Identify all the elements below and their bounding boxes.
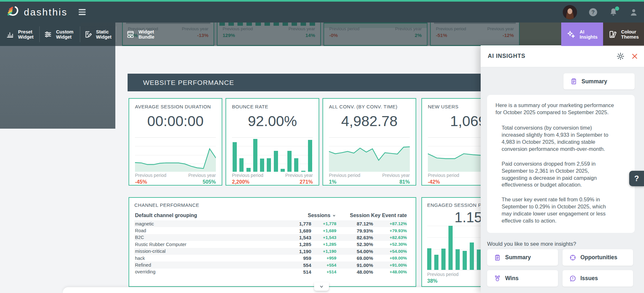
chart-bar bbox=[456, 249, 460, 270]
sessions-value: 554 bbox=[282, 262, 311, 268]
chart-bar bbox=[253, 139, 257, 172]
table-row: B2C 1,543 +1,543 82.63% +82.63% bbox=[134, 234, 407, 241]
medal-icon bbox=[494, 275, 501, 282]
static-widget-icon bbox=[84, 30, 92, 39]
chart-bar bbox=[448, 226, 453, 270]
sessions-delta: +1,190 bbox=[311, 249, 336, 254]
app-header: dashthis ? bbox=[0, 2, 644, 23]
notifications-icon[interactable] bbox=[609, 8, 618, 17]
prev-period-value: 38% bbox=[427, 278, 437, 284]
gear-icon[interactable] bbox=[616, 52, 625, 60]
close-icon[interactable] bbox=[631, 53, 638, 60]
help-icon[interactable]: ? bbox=[589, 8, 598, 17]
channel-name: Rustic Rubber Computer bbox=[134, 242, 282, 247]
menu-icon[interactable] bbox=[79, 9, 86, 15]
table-title: CHANNEL PERFORMANCE bbox=[134, 202, 199, 208]
ai-panel-header: AI INSIGHTS bbox=[481, 45, 644, 67]
column-rate: Session Key Event rate bbox=[336, 213, 407, 218]
target-icon bbox=[569, 254, 577, 261]
sessions-delta: +1,778 bbox=[311, 221, 336, 226]
toolbar-label: Custom bbox=[56, 29, 73, 34]
prev-year-label: Previous year bbox=[188, 173, 216, 178]
prev-period-value: 2,200% bbox=[232, 179, 249, 185]
rate-value: 54.00% bbox=[336, 249, 373, 254]
avatar[interactable] bbox=[563, 5, 577, 19]
channel-performance-widget[interactable]: CHANNEL PERFORMANCE Default channel grou… bbox=[129, 197, 416, 287]
channel-name: hack bbox=[134, 256, 282, 261]
ai-insights-panel: AI INSIGHTS Summary Here is a summary of… bbox=[481, 45, 644, 293]
rate-value: 82.63% bbox=[336, 235, 373, 240]
kpi-title: AVERAGE SESSION DURATION bbox=[135, 104, 211, 109]
divider bbox=[329, 137, 410, 138]
ai-summary-button[interactable]: Summary bbox=[487, 249, 558, 266]
prev-year-value: 271% bbox=[300, 179, 313, 185]
toolbar-label: Preset bbox=[18, 29, 32, 34]
widget-bundle-icon bbox=[126, 30, 135, 39]
accent-topline bbox=[0, 0, 644, 2]
ai-suggestion-buttons: Summary Opportunities Wins Issues bbox=[487, 249, 633, 287]
table-header: Default channel grouping Sessions Sessio… bbox=[134, 211, 407, 220]
toolbar-preset-widget-button[interactable]: PresetWidget bbox=[6, 23, 34, 46]
custom-widget-icon bbox=[44, 30, 52, 39]
chart-bar bbox=[434, 255, 438, 270]
table-row: mission-critical 1,190 +1,190 54.00% +54… bbox=[134, 248, 407, 255]
channel-name: Refined bbox=[134, 262, 282, 268]
preset-widget-icon bbox=[6, 30, 14, 39]
ai-insights-icon bbox=[567, 30, 576, 39]
ai-prompt-text: Would you like to see more insights? bbox=[487, 241, 576, 247]
sessions-value: 1,543 bbox=[282, 235, 311, 240]
chart-bar bbox=[260, 159, 264, 172]
column-sessions[interactable]: Sessions bbox=[282, 213, 336, 218]
bar-chart bbox=[232, 139, 313, 172]
kpi-sparkline bbox=[135, 139, 216, 172]
sessions-value: 959 bbox=[282, 255, 311, 261]
sessions-value: 1,778 bbox=[282, 221, 311, 226]
kpi-title: BOUNCE RATE bbox=[232, 104, 268, 109]
channel-name: B2C bbox=[134, 235, 282, 240]
kpi-sparkline bbox=[232, 139, 313, 172]
ai-opportunities-button[interactable]: Opportunities bbox=[562, 249, 633, 266]
sessions-value: 514 bbox=[282, 269, 311, 275]
section-title: WEBSITE PERFORMANCE bbox=[143, 79, 234, 87]
help-fab-button[interactable]: ? bbox=[629, 171, 644, 186]
channel-name: magnetic bbox=[134, 221, 282, 226]
ai-button-label: Wins bbox=[505, 275, 519, 282]
chart-bar bbox=[470, 243, 474, 270]
prev-year-value: 505% bbox=[203, 179, 216, 185]
ai-insights-button[interactable]: AIInsights bbox=[561, 23, 603, 46]
prev-period-value: -42% bbox=[428, 179, 440, 185]
toolbar-custom-widget-button[interactable]: CustomWidget bbox=[44, 23, 73, 46]
toolbar-label: Static bbox=[96, 29, 109, 34]
rate-value: 48.00% bbox=[336, 269, 373, 275]
rate-delta: +87.12% bbox=[373, 221, 407, 226]
toolbar-label: Widget bbox=[139, 29, 154, 34]
notepad-icon bbox=[494, 254, 501, 261]
rate-delta: +54.00% bbox=[373, 249, 407, 254]
kpi-widget[interactable]: ALL CONV. (BY CONV. TIME) 4,982.78 Previ… bbox=[322, 98, 416, 186]
kpi-widget[interactable]: BOUNCE RATE 92.00% Previous period 2,200… bbox=[226, 98, 319, 186]
summary-request-chip[interactable]: Summary bbox=[563, 73, 635, 89]
colour-themes-button[interactable]: ColourThemes bbox=[603, 23, 644, 46]
chevron-down-icon bbox=[319, 284, 324, 289]
engaged-title: ENGAGED SESSION PER bbox=[427, 202, 488, 208]
rate-value: 91.00% bbox=[336, 262, 373, 268]
ai-issues-button[interactable]: Issues bbox=[562, 270, 633, 287]
kpi-value: 4,982.78 bbox=[323, 113, 416, 130]
help-fab-glyph: ? bbox=[634, 174, 639, 183]
expand-table-button[interactable] bbox=[314, 282, 329, 291]
issue-icon bbox=[569, 275, 577, 282]
dashthis-logo[interactable]: dashthis bbox=[6, 5, 68, 20]
account-icon[interactable] bbox=[629, 8, 638, 17]
kpi-value: 00:00:00 bbox=[129, 113, 222, 130]
channel-name: Road bbox=[134, 228, 282, 233]
kpi-widget[interactable]: AVERAGE SESSION DURATION 00:00:00 Previo… bbox=[129, 98, 222, 186]
toolbar-static-widget-button[interactable]: StaticWidget bbox=[84, 23, 111, 46]
ai-wins-button[interactable]: Wins bbox=[487, 270, 558, 287]
column-channel: Default channel grouping bbox=[134, 213, 282, 218]
table-row: overriding 514 +514 48.00% +48.00% bbox=[134, 269, 407, 275]
toolbar-widget-bundle-button[interactable]: WidgetBundle bbox=[126, 23, 154, 46]
rate-delta: +82.63% bbox=[373, 235, 407, 240]
ai-button-label: Issues bbox=[581, 275, 598, 282]
kpi-title: ALL CONV. (BY CONV. TIME) bbox=[329, 104, 398, 109]
table-row: magnetic 1,778 +1,778 87.12% +87.12% bbox=[134, 220, 407, 227]
